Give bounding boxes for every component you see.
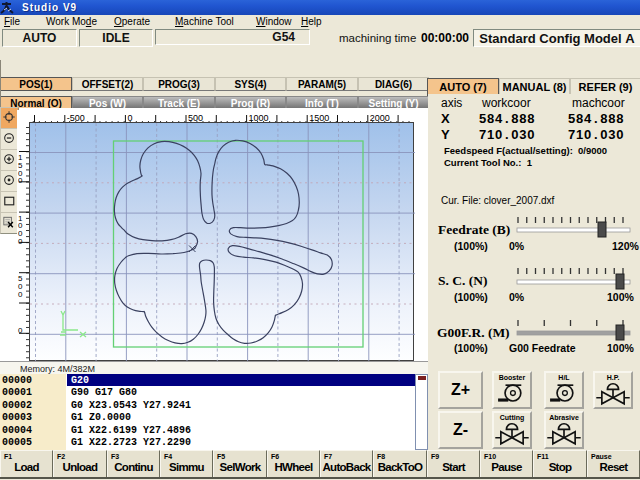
svg-text:0: 0 [18,326,23,335]
svg-text:0: 0 [18,290,23,299]
svg-text:0: 0 [18,176,23,185]
svg-text:0: 0 [18,237,23,246]
